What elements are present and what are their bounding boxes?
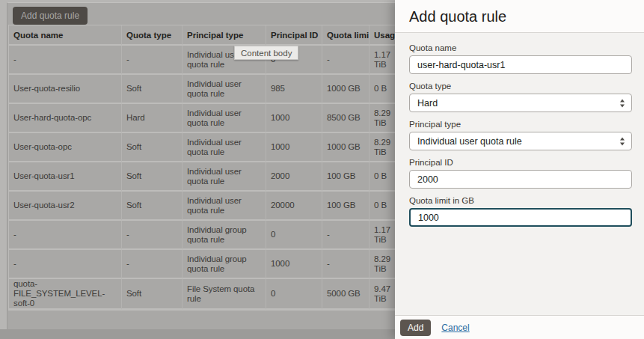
table-cell: 1000 xyxy=(266,133,322,162)
table-cell: 8.29 TiB xyxy=(369,104,395,133)
table-cell: - xyxy=(9,221,122,250)
table-cell: Soft xyxy=(122,162,183,192)
table-body: --Individual user quota rule0-1.17 TiBUs… xyxy=(9,46,395,310)
table-row: quota-FILE_SYSTEM_LEVEL-soft-0SoftFile S… xyxy=(9,279,395,310)
table-row: User-quota-usr2SoftIndividual user quota… xyxy=(9,192,395,221)
table-cell: 1000 GB xyxy=(322,133,369,162)
quota-type-field: Quota type Hard xyxy=(409,82,632,112)
column-header: Quota name xyxy=(9,25,122,46)
table-cell: 8.29 TiB xyxy=(369,250,395,279)
table-row: User-hard-quota-opcHardIndividual user q… xyxy=(9,104,395,133)
table-cell: User-quota-usr1 xyxy=(9,162,122,192)
add-button[interactable]: Add xyxy=(400,320,431,336)
table-cell: - xyxy=(322,221,369,250)
principal-type-value: Individual user quota rule xyxy=(417,136,522,147)
table-cell: 1.17 TiB xyxy=(369,46,395,75)
table-cell: 985 xyxy=(266,75,322,104)
tooltip: Content body xyxy=(234,46,298,60)
table-cell: - xyxy=(322,46,369,75)
cancel-link[interactable]: Cancel xyxy=(441,323,469,333)
table-cell: - xyxy=(9,250,122,279)
table-row: --Individual group quota rule0-1.17 TiB xyxy=(9,221,395,250)
table-cell: 0 B xyxy=(369,162,395,192)
table-cell: Individual user quota rule xyxy=(183,133,266,162)
table-cell: 100 GB xyxy=(322,162,369,192)
table-cell: quota-FILE_SYSTEM_LEVEL-soft-0 xyxy=(9,279,122,310)
table-cell: 0 B xyxy=(369,192,395,221)
principal-type-label: Principal type xyxy=(409,120,632,129)
table-cell: 2000 xyxy=(266,162,322,192)
add-quota-rule-panel: Add quota rule Quota name Quota type Har… xyxy=(395,0,644,339)
table-header-row: Quota nameQuota typePrincipal typePrinci… xyxy=(9,25,395,46)
table-row: --Individual group quota rule1000-8.29 T… xyxy=(9,250,395,279)
table-cell: 8500 GB xyxy=(322,104,369,133)
table-cell: Soft xyxy=(122,192,183,221)
principal-type-select[interactable]: Individual user quota rule xyxy=(409,132,632,150)
table-cell: Individual user quota rule xyxy=(183,162,266,192)
table-cell: User-quota-resilio xyxy=(9,75,122,104)
table-cell: 1000 xyxy=(266,250,322,279)
column-header: Quota type xyxy=(122,25,183,46)
table-cell: Hard xyxy=(122,104,183,133)
chevron-updown-icon xyxy=(620,137,625,145)
table-cell: 1000 xyxy=(266,104,322,133)
quota-name-input[interactable] xyxy=(409,55,632,74)
table-cell: User-quota-opc xyxy=(9,133,122,162)
quota-type-select[interactable]: Hard xyxy=(409,94,632,112)
column-header: Principal type xyxy=(183,25,266,46)
table-cell: 8.29 TiB xyxy=(369,133,395,162)
table-cell: 100 GB xyxy=(322,192,369,221)
column-header: Usage xyxy=(369,25,395,46)
table-cell: 20000 xyxy=(266,192,322,221)
panel-header: Add quota rule xyxy=(395,0,644,33)
panel-footer: Add Cancel xyxy=(395,315,644,339)
chevron-updown-icon xyxy=(620,99,625,107)
table-cell: 5000 GB xyxy=(322,279,369,310)
quota-limit-input[interactable] xyxy=(409,208,632,227)
principal-id-field: Principal ID xyxy=(409,158,632,189)
quota-rules-page: Add quota rule Quota nameQuota typePrinc… xyxy=(0,0,395,339)
table-cell: File System quota rule xyxy=(183,279,266,310)
quota-name-label: Quota name xyxy=(409,43,632,52)
table-cell: Soft xyxy=(122,75,183,104)
panel-body: Quota name Quota type Hard Principal typ… xyxy=(395,34,644,315)
principal-type-field: Principal type Individual user quota rul… xyxy=(409,120,632,150)
table-cell: Individual group quota rule xyxy=(183,250,266,279)
quota-name-field: Quota name xyxy=(409,43,632,74)
add-quota-rule-button[interactable]: Add quota rule xyxy=(13,7,88,25)
table-row: User-quota-opcSoftIndividual user quota … xyxy=(9,133,395,162)
quota-type-label: Quota type xyxy=(409,82,632,91)
table-cell: Soft xyxy=(122,133,183,162)
table-cell: Individual user quota rule xyxy=(183,75,266,104)
table-cell: - xyxy=(9,46,122,75)
table-row: User-quota-usr1SoftIndividual user quota… xyxy=(9,162,395,192)
table-cell: 0 xyxy=(266,221,322,250)
column-header: Principal ID xyxy=(266,25,322,46)
table-cell: User-hard-quota-opc xyxy=(9,104,122,133)
panel-title: Add quota rule xyxy=(395,0,644,25)
table-row: --Individual user quota rule0-1.17 TiB xyxy=(9,46,395,75)
table-cell: - xyxy=(322,250,369,279)
table-cell: - xyxy=(122,221,183,250)
page-bottom-strip xyxy=(0,329,395,339)
table-cell: User-quota-usr2 xyxy=(9,192,122,221)
table-cell: - xyxy=(122,46,183,75)
table-cell: 1.17 TiB xyxy=(369,221,395,250)
column-header: Quota limit xyxy=(322,25,369,46)
table-cell: Individual user quota rule xyxy=(183,192,266,221)
table-cell: 1000 GB xyxy=(322,75,369,104)
table-cell: 0 xyxy=(266,279,322,310)
table-cell: Individual user quota rule xyxy=(183,104,266,133)
table-cell: Soft xyxy=(122,279,183,310)
table-cell: 0 B xyxy=(369,75,395,104)
quota-limit-label: Quota limit in GB xyxy=(409,196,632,205)
quota-type-value: Hard xyxy=(417,98,438,109)
table-cell: - xyxy=(122,250,183,279)
principal-id-label: Principal ID xyxy=(409,158,632,167)
screen: Add quota rule Quota nameQuota typePrinc… xyxy=(0,0,644,339)
table-row: User-quota-resilioSoftIndividual user qu… xyxy=(9,75,395,104)
quota-limit-field: Quota limit in GB xyxy=(409,196,632,227)
table-cell: Individual group quota rule xyxy=(183,221,266,250)
quota-rules-table: Quota nameQuota typePrincipal typePrinci… xyxy=(8,25,395,311)
principal-id-input[interactable] xyxy=(409,170,632,189)
